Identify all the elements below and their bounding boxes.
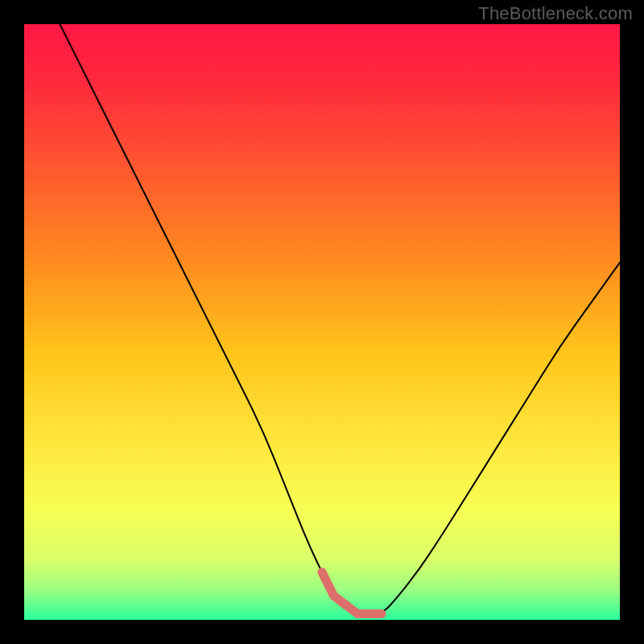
chart-frame: TheBottleneck.com: [0, 0, 644, 644]
bottleneck-chart: [24, 24, 620, 620]
plot-area: [24, 24, 620, 620]
gradient-background: [24, 24, 620, 620]
watermark-label: TheBottleneck.com: [478, 3, 633, 24]
